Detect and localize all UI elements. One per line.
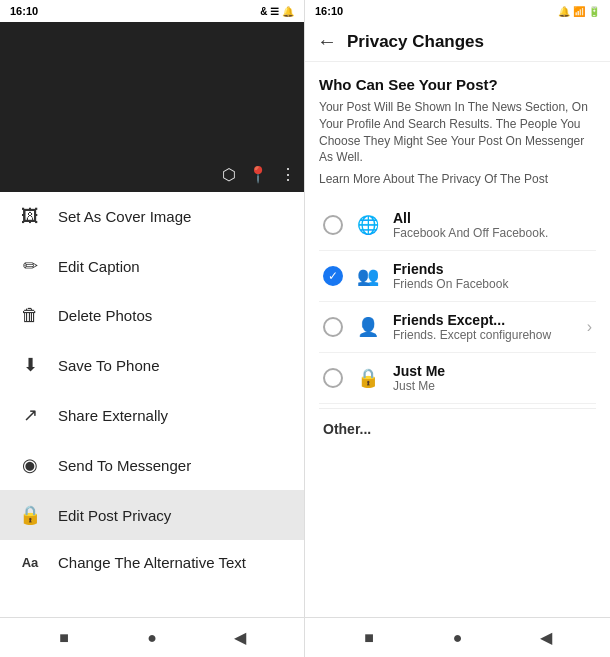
option-title-just-me: Just Me (393, 363, 592, 379)
privacy-icon: 🔒 (18, 504, 42, 526)
option-subtitle-friends: Friends On Facebook (393, 277, 592, 291)
share-label: Share Externally (58, 407, 168, 424)
privacy-option-all[interactable]: 🌐 All Facebook And Off Facebook. (319, 200, 596, 251)
menu-item-cover[interactable]: 🖼 Set As Cover Image (0, 192, 304, 241)
menu-item-share[interactable]: ↗ Share Externally (0, 390, 304, 440)
chevron-friends-except-icon: › (587, 318, 592, 336)
status-bar-right: 16:10 🔔 📶 🔋 (305, 0, 610, 22)
alt-label: Change The Alternative Text (58, 554, 246, 571)
bottom-nav-left: ■ ● ◀ (0, 617, 304, 657)
option-text-just-me: Just Me Just Me (393, 363, 592, 393)
right-panel: 16:10 🔔 📶 🔋 ← Privacy Changes Who Can Se… (305, 0, 610, 657)
option-title-friends: Friends (393, 261, 592, 277)
messenger-icon: ◉ (18, 454, 42, 476)
status-icons-right: 🔔 📶 🔋 (558, 6, 600, 17)
alt-text-icon: Aa (18, 555, 42, 570)
radio-friends-except (323, 317, 343, 337)
nav-circle-right[interactable]: ● (445, 626, 469, 650)
header-title: Privacy Changes (347, 32, 484, 52)
privacy-option-friends-except[interactable]: 👤 Friends Except... Friends. Except conf… (319, 302, 596, 353)
radio-just-me (323, 368, 343, 388)
delete-icon: 🗑 (18, 305, 42, 326)
caption-icon: ✏ (18, 255, 42, 277)
option-text-all: All Facebook And Off Facebook. (393, 210, 592, 240)
bottom-nav-right: ■ ● ◀ (305, 617, 610, 657)
menu-item-caption[interactable]: ✏ Edit Caption (0, 241, 304, 291)
option-title-friends-except: Friends Except... (393, 312, 575, 328)
menu-item-delete[interactable]: 🗑 Delete Photos (0, 291, 304, 340)
save-label: Save To Phone (58, 357, 159, 374)
section-title: Who Can See Your Post? (319, 76, 596, 93)
menu-list: 🖼 Set As Cover Image ✏ Edit Caption 🗑 De… (0, 192, 304, 617)
status-icons-left: & ☰ 🔔 (260, 6, 294, 17)
caption-label: Edit Caption (58, 258, 140, 275)
nav-back-right[interactable]: ◀ (534, 626, 558, 650)
other-option[interactable]: Other... (319, 408, 596, 449)
option-title-all: All (393, 210, 592, 226)
privacy-content: Who Can See Your Post? Your Post Will Be… (305, 62, 610, 617)
photo-icons: ⬡ 📍 ⋮ (222, 165, 296, 184)
location-icon[interactable]: 📍 (248, 165, 268, 184)
section-description: Your Post Will Be Shown In The News Sect… (319, 99, 596, 166)
radio-friends (323, 266, 343, 286)
learn-more-link[interactable]: Learn More About The Privacy Of The Post (319, 172, 596, 186)
menu-item-messenger[interactable]: ◉ Send To Messenger (0, 440, 304, 490)
nav-back-left[interactable]: ◀ (228, 626, 252, 650)
nav-square-left[interactable]: ■ (52, 626, 76, 650)
radio-all (323, 215, 343, 235)
time-right: 16:10 (315, 5, 343, 17)
status-bar-left: 16:10 & ☰ 🔔 (0, 0, 304, 22)
globe-icon: 🌐 (355, 214, 381, 236)
messenger-label: Send To Messenger (58, 457, 191, 474)
privacy-option-friends[interactable]: 👥 Friends Friends On Facebook (319, 251, 596, 302)
tag-icon[interactable]: ⬡ (222, 165, 236, 184)
header-bar: ← Privacy Changes (305, 22, 610, 62)
time-left: 16:10 (10, 5, 38, 17)
more-icon[interactable]: ⋮ (280, 165, 296, 184)
share-icon: ↗ (18, 404, 42, 426)
privacy-label: Edit Post Privacy (58, 507, 171, 524)
left-panel: 16:10 & ☰ 🔔 ⬡ 📍 ⋮ 🖼 Set As Cover Image ✏… (0, 0, 305, 657)
delete-label: Delete Photos (58, 307, 152, 324)
lock-just-me-icon: 🔒 (355, 367, 381, 389)
privacy-option-just-me[interactable]: 🔒 Just Me Just Me (319, 353, 596, 404)
back-button[interactable]: ← (317, 30, 337, 53)
option-text-friends-except: Friends Except... Friends. Except config… (393, 312, 575, 342)
option-subtitle-friends-except: Friends. Except configurehow (393, 328, 575, 342)
nav-square-right[interactable]: ■ (357, 626, 381, 650)
person-icon: 👤 (355, 316, 381, 338)
menu-item-alt[interactable]: Aa Change The Alternative Text (0, 540, 304, 585)
photo-area: ⬡ 📍 ⋮ (0, 22, 304, 192)
cover-label: Set As Cover Image (58, 208, 191, 225)
cover-icon: 🖼 (18, 206, 42, 227)
battery-left: & ☰ 🔔 (260, 6, 294, 17)
friends-icon: 👥 (355, 265, 381, 287)
menu-item-privacy[interactable]: 🔒 Edit Post Privacy (0, 490, 304, 540)
option-subtitle-all: Facebook And Off Facebook. (393, 226, 592, 240)
option-text-friends: Friends Friends On Facebook (393, 261, 592, 291)
option-subtitle-just-me: Just Me (393, 379, 592, 393)
save-icon: ⬇ (18, 354, 42, 376)
nav-circle-left[interactable]: ● (140, 626, 164, 650)
menu-item-save[interactable]: ⬇ Save To Phone (0, 340, 304, 390)
